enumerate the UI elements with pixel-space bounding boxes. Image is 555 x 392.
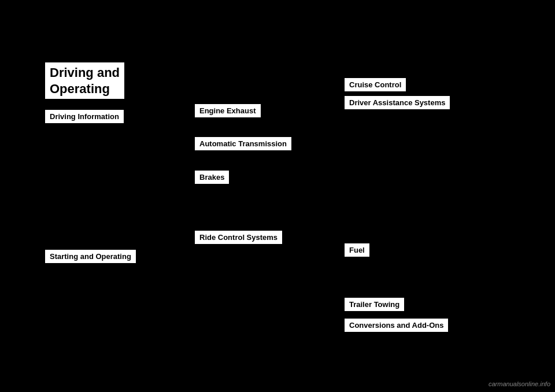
watermark: carmanualsonline.info xyxy=(489,380,550,387)
nav-item-conversions-add-ons[interactable]: Conversions and Add-Ons xyxy=(345,319,448,332)
nav-item-trailer-towing[interactable]: Trailer Towing xyxy=(345,298,404,311)
nav-item-driver-assistance-systems[interactable]: Driver Assistance Systems xyxy=(345,96,450,109)
nav-item-fuel[interactable]: Fuel xyxy=(345,243,369,257)
nav-item-automatic-transmission[interactable]: Automatic Transmission xyxy=(195,137,291,150)
nav-item-ride-control-systems[interactable]: Ride Control Systems xyxy=(195,231,282,244)
nav-item-driving-information[interactable]: Driving Information xyxy=(45,110,124,123)
nav-item-brakes[interactable]: Brakes xyxy=(195,171,229,184)
nav-item-engine-exhaust[interactable]: Engine Exhaust xyxy=(195,104,261,117)
title-line1: Driving and xyxy=(50,65,120,81)
nav-item-cruise-control[interactable]: Cruise Control xyxy=(345,78,406,91)
page-container: Driving and Operating Driving Informatio… xyxy=(0,0,555,392)
nav-item-starting-and-operating[interactable]: Starting and Operating xyxy=(45,250,136,263)
page-title: Driving and Operating xyxy=(45,62,124,99)
title-line2: Operating xyxy=(50,81,120,97)
